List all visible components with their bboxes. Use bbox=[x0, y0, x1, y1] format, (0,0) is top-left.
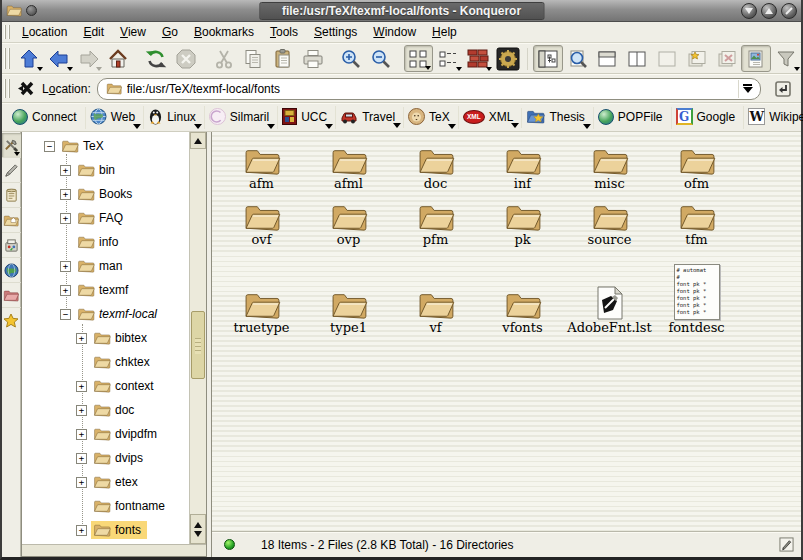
sidebar-config-button[interactable] bbox=[2, 133, 21, 158]
tree-expander-icon[interactable]: + bbox=[76, 429, 87, 440]
zoom-in-button[interactable] bbox=[336, 45, 366, 72]
split-view-left-right-button[interactable] bbox=[622, 45, 652, 72]
icon-view-button[interactable] bbox=[404, 45, 434, 72]
tree-expander-icon[interactable]: + bbox=[76, 453, 87, 464]
tree-item[interactable]: + bibtex bbox=[22, 326, 189, 350]
tree-item[interactable]: + FAQ bbox=[22, 206, 189, 230]
tree-item[interactable]: fontname bbox=[22, 494, 189, 518]
file-item[interactable]: vfonts bbox=[479, 248, 566, 336]
sidebar-bookmarks-button[interactable] bbox=[2, 308, 21, 333]
remove-active-view-button[interactable] bbox=[652, 45, 682, 72]
bookmark-wikipedia[interactable]: W Wikipedia bbox=[744, 106, 803, 129]
menubar-item[interactable]: Bookmarks bbox=[186, 23, 262, 41]
file-item[interactable]: ovf bbox=[218, 192, 305, 248]
tree-expander-icon[interactable]: − bbox=[60, 309, 71, 320]
sidebar-annotate-button[interactable] bbox=[2, 158, 21, 183]
bookmark-connect[interactable]: Connect bbox=[8, 107, 86, 129]
file-item[interactable]: pk bbox=[479, 192, 566, 248]
bookmark-ucc[interactable]: UCC bbox=[278, 106, 336, 129]
tree-item-content[interactable]: etex bbox=[91, 473, 144, 491]
tree-item-content[interactable]: man bbox=[75, 257, 128, 275]
sticky-button[interactable] bbox=[26, 5, 37, 16]
tree-item-content[interactable]: chktex bbox=[91, 353, 156, 371]
sidebar-home-button[interactable] bbox=[2, 208, 21, 233]
menubar-item[interactable]: Go bbox=[154, 23, 186, 41]
sidebar-history-button[interactable] bbox=[2, 183, 21, 208]
forward-button[interactable] bbox=[74, 45, 104, 72]
toolbar-grip[interactable] bbox=[4, 79, 10, 98]
file-item[interactable]: pfm bbox=[392, 192, 479, 248]
show-navigation-panel-button[interactable] bbox=[533, 45, 563, 72]
file-item[interactable]: tfm bbox=[653, 192, 740, 248]
tree-item-content[interactable]: FAQ bbox=[75, 209, 129, 227]
tree-item-content[interactable]: TeX bbox=[59, 137, 110, 155]
paste-button[interactable] bbox=[268, 45, 298, 72]
sidebar-services-button[interactable] bbox=[2, 233, 21, 258]
tree-item[interactable]: + context bbox=[22, 374, 189, 398]
stop-button[interactable] bbox=[171, 45, 201, 72]
tree-item[interactable]: + Books bbox=[22, 182, 189, 206]
bookmark-bricks-button[interactable] bbox=[463, 45, 493, 72]
find-file-button[interactable] bbox=[563, 45, 593, 72]
clear-location-button[interactable] bbox=[14, 75, 38, 102]
file-item[interactable]: AdobeFnt.lst bbox=[566, 248, 653, 336]
toolbar-grip[interactable] bbox=[4, 48, 10, 68]
tree-item-content[interactable]: fontname bbox=[91, 497, 171, 515]
tree-expander-icon[interactable]: − bbox=[44, 141, 55, 152]
cut-button[interactable] bbox=[209, 45, 239, 72]
tree-item-content[interactable]: context bbox=[91, 377, 160, 395]
tree-item[interactable]: + texmf bbox=[22, 278, 189, 302]
split-view-top-bottom-button[interactable] bbox=[592, 45, 622, 72]
tree-expander-icon[interactable]: + bbox=[76, 333, 87, 344]
tree-item-content[interactable]: texmf bbox=[75, 281, 134, 299]
tree-item[interactable]: − texmf-local bbox=[22, 302, 189, 326]
tree-expander-icon[interactable]: + bbox=[60, 165, 71, 176]
tree-item[interactable]: − TeX bbox=[22, 134, 189, 158]
copy-button[interactable] bbox=[239, 45, 269, 72]
reload-button[interactable] bbox=[141, 45, 171, 72]
tree-item-content[interactable]: dvips bbox=[91, 449, 149, 467]
filter-button[interactable] bbox=[771, 45, 801, 72]
file-item[interactable]: # automat#font pk *font pk *font pk *fon… bbox=[653, 248, 740, 336]
tree-horizontal-scrollbar[interactable] bbox=[22, 544, 206, 556]
file-item[interactable]: type1 bbox=[305, 248, 392, 336]
location-dropdown-button[interactable] bbox=[738, 80, 756, 98]
tree-item[interactable]: + man bbox=[22, 254, 189, 278]
menubar-item[interactable]: Tools bbox=[262, 23, 306, 41]
bookmark-google[interactable]: G Google bbox=[672, 106, 745, 129]
home-button[interactable] bbox=[103, 45, 133, 72]
menubar-item[interactable]: Help bbox=[424, 23, 465, 41]
file-item[interactable]: vf bbox=[392, 248, 479, 336]
tree-item-content[interactable]: info bbox=[75, 233, 124, 251]
tree-item-content[interactable]: Books bbox=[75, 185, 138, 203]
menubar-item[interactable]: Location bbox=[14, 23, 75, 41]
file-icon-view[interactable]: afm afml doc inf bbox=[212, 132, 801, 531]
tree-expander-icon[interactable]: + bbox=[60, 285, 71, 296]
tree-expander-icon[interactable]: + bbox=[60, 189, 71, 200]
bookmark-thesis[interactable]: Thesis bbox=[522, 107, 593, 129]
print-button[interactable] bbox=[298, 45, 328, 72]
file-item[interactable]: source bbox=[566, 192, 653, 248]
tree-scrollbar[interactable] bbox=[189, 132, 206, 544]
go-button[interactable] bbox=[771, 77, 795, 101]
tree-item[interactable]: info bbox=[22, 230, 189, 254]
tree-item-content[interactable]: texmf-local bbox=[75, 305, 163, 323]
tree-expander-icon[interactable]: + bbox=[76, 525, 87, 536]
titlebar[interactable]: file:/usr/TeX/texmf-local/fonts - Konque… bbox=[2, 0, 801, 22]
toolbar-grip[interactable] bbox=[4, 25, 10, 39]
preview-images-button[interactable] bbox=[741, 45, 771, 72]
menubar-item[interactable]: Settings bbox=[306, 23, 365, 41]
location-input[interactable]: file:/usr/TeX/texmf-local/fonts bbox=[97, 78, 761, 100]
tree-expander-icon[interactable]: + bbox=[60, 261, 71, 272]
file-item[interactable]: ofm bbox=[653, 136, 740, 192]
sidebar-root-folder-button[interactable] bbox=[2, 283, 21, 308]
tree-expander-icon[interactable]: + bbox=[60, 213, 71, 224]
file-item[interactable]: truetype bbox=[218, 248, 305, 336]
bookmark-silmaril[interactable]: Silmaril bbox=[205, 106, 278, 129]
bookmark-popfile[interactable]: POPFile bbox=[594, 107, 672, 129]
new-tab-button[interactable] bbox=[682, 45, 712, 72]
bookmark-travel[interactable]: Travel bbox=[336, 107, 404, 128]
scrollbar-track[interactable] bbox=[190, 149, 206, 514]
minimize-button[interactable] bbox=[741, 3, 757, 19]
file-item[interactable]: inf bbox=[479, 136, 566, 192]
